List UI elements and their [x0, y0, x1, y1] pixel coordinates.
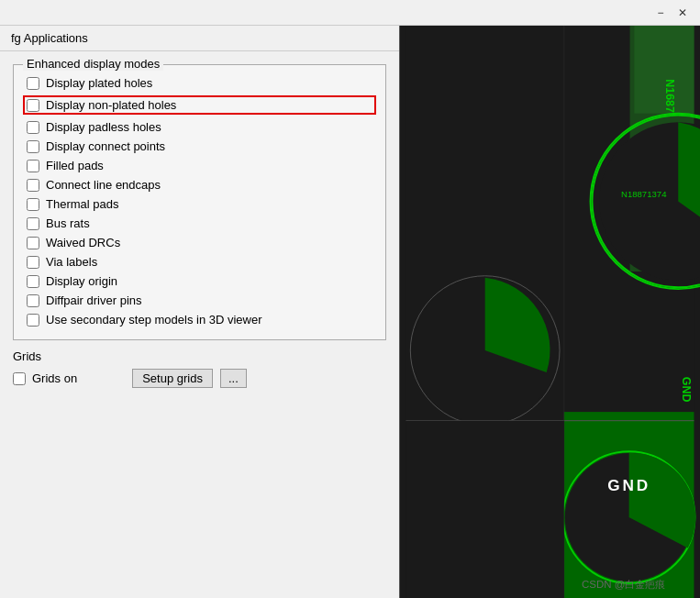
checkbox-row-8: Bus rats — [27, 216, 372, 230]
checkbox-cb10[interactable] — [27, 256, 39, 269]
enhanced-display-group: Enhanced display modes Display plated ho… — [13, 64, 386, 340]
checkbox-row-6: Connect line endcaps — [27, 178, 372, 192]
checkbox-cb9[interactable] — [27, 237, 39, 249]
checkbox-row-10: Via labels — [27, 255, 372, 269]
checkbox-label-cb7[interactable]: Thermal pads — [46, 197, 118, 211]
grids-on-label[interactable]: Grids on — [32, 371, 77, 385]
pcb-view: GND N1687 N18871374 GND CSDN @白金疤痕 — [399, 26, 700, 598]
checkbox-cb2[interactable] — [27, 99, 39, 112]
checkbox-cb11[interactable] — [27, 275, 39, 288]
checkbox-cb3[interactable] — [27, 121, 39, 134]
checkbox-cb12[interactable] — [27, 294, 39, 307]
main-content: fg Applications Enhanced display modes D… — [0, 26, 700, 598]
checkbox-row-3: Display padless holes — [27, 120, 372, 134]
checkbox-row-13: Use secondary step models in 3D viewer — [27, 313, 372, 327]
left-panel: fg Applications Enhanced display modes D… — [0, 26, 399, 598]
checkbox-cb13[interactable] — [27, 314, 39, 327]
checkbox-cb4[interactable] — [27, 140, 39, 153]
grids-dots-button[interactable]: ... — [220, 369, 247, 388]
grids-on-checkbox[interactable] — [13, 372, 26, 385]
checkbox-row-5: Filled pads — [27, 159, 372, 172]
checkbox-label-cb4[interactable]: Display connect points — [46, 139, 165, 153]
checkbox-row-9: Waived DRCs — [27, 236, 372, 249]
checkbox-label-cb13[interactable]: Use secondary step models in 3D viewer — [46, 313, 262, 327]
checkbox-label-cb8[interactable]: Bus rats — [46, 216, 90, 230]
checkbox-cb6[interactable] — [27, 179, 39, 192]
close-button[interactable]: ✕ — [672, 3, 693, 23]
svg-rect-13 — [406, 421, 564, 598]
checkbox-label-cb11[interactable]: Display origin — [46, 274, 117, 288]
title-bar: − ✕ — [0, 0, 700, 26]
checkbox-row-12: Diffpair driver pins — [27, 293, 372, 307]
checkbox-label-cb5[interactable]: Filled pads — [46, 159, 104, 172]
panel-tab-label: fg Applications — [0, 26, 399, 51]
pcb-canvas: GND N1687 N18871374 GND CSDN @白金疤痕 — [400, 26, 700, 598]
checkbox-label-cb12[interactable]: Diffpair driver pins — [46, 293, 142, 307]
checkbox-cb7[interactable] — [27, 198, 39, 211]
checkbox-row-11: Display origin — [27, 274, 372, 288]
setup-grids-button[interactable]: Setup grids — [132, 369, 213, 388]
grids-row: Grids on Setup grids ... — [13, 369, 386, 388]
checkbox-label-cb2[interactable]: Display non-plated holes — [46, 98, 176, 112]
svg-text:N18871374: N18871374 — [621, 189, 667, 199]
svg-text:GND: GND — [607, 476, 650, 494]
checkbox-label-cb6[interactable]: Connect line endcaps — [46, 178, 161, 192]
checkbox-list: Display plated holesDisplay non-plated h… — [27, 76, 372, 327]
checkbox-row-7: Thermal pads — [27, 197, 372, 211]
svg-text:N1687: N1687 — [663, 79, 676, 113]
checkbox-label-cb1[interactable]: Display plated holes — [46, 76, 152, 90]
grids-legend: Grids — [13, 349, 386, 363]
checkbox-cb5[interactable] — [27, 160, 39, 172]
svg-text:GND: GND — [680, 377, 693, 403]
checkbox-label-cb9[interactable]: Waived DRCs — [46, 236, 120, 249]
checkbox-row-4: Display connect points — [27, 139, 372, 153]
enhanced-display-legend: Enhanced display modes — [23, 57, 163, 71]
svg-text:CSDN @白金疤痕: CSDN @白金疤痕 — [582, 579, 665, 590]
checkbox-cb1[interactable] — [27, 77, 39, 90]
checkbox-row-2: Display non-plated holes — [23, 95, 376, 115]
checkbox-cb8[interactable] — [27, 217, 39, 230]
checkbox-row-1: Display plated holes — [27, 76, 372, 90]
checkbox-label-cb3[interactable]: Display padless holes — [46, 120, 161, 134]
grids-section: Grids Grids on Setup grids ... — [13, 349, 386, 388]
minimize-button[interactable]: − — [650, 3, 671, 23]
checkbox-label-cb10[interactable]: Via labels — [46, 255, 97, 269]
